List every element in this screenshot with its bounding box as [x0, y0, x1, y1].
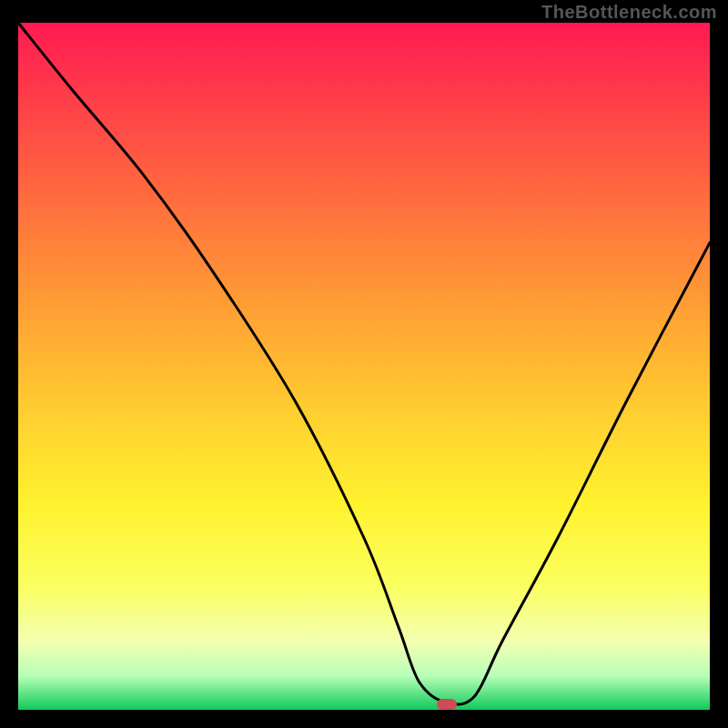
optimal-marker — [437, 699, 457, 710]
watermark-text: TheBottleneck.com — [541, 2, 717, 23]
chart-frame: TheBottleneck.com — [0, 0, 728, 728]
plot-area — [18, 23, 710, 710]
bottleneck-curve — [18, 23, 710, 710]
